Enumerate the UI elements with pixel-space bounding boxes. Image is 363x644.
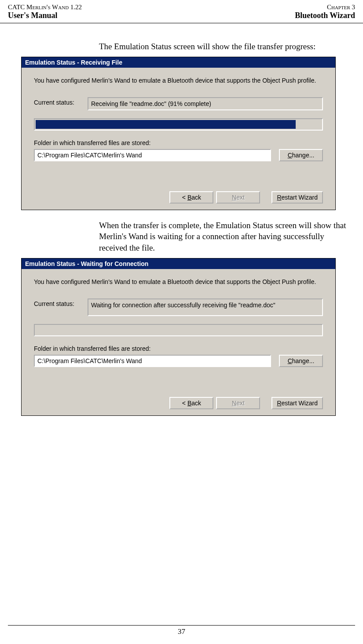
progress-fill <box>36 120 296 129</box>
folder-path-input[interactable]: C:\Program Files\CATC\Merlin's Wand <box>34 149 271 161</box>
dialog-receiving-file: Emulation Status - Receiving File You ha… <box>21 57 336 210</box>
titlebar: Emulation Status - Receiving File <box>22 57 335 68</box>
page-number: 37 <box>8 625 355 636</box>
folder-path-input[interactable]: C:\Program Files\CATC\Merlin's Wand <box>34 355 271 367</box>
back-button[interactable]: < Back <box>169 191 213 204</box>
body-paragraph-2: When the transfer is complete, the Emula… <box>99 220 352 254</box>
restart-wizard-button[interactable]: Restart Wizard <box>271 397 323 409</box>
dialog-description: You have configured Merlin's Wand to emu… <box>34 76 323 85</box>
next-button: Next <box>216 191 260 204</box>
folder-label: Folder in which transferred files are st… <box>34 345 323 352</box>
folder-label: Folder in which transferred files are st… <box>34 139 323 146</box>
change-button[interactable]: Change... <box>279 149 323 161</box>
change-button[interactable]: Change... <box>279 355 323 367</box>
header-section: Bluetooth Wizard <box>295 11 355 20</box>
next-button: Next <box>216 397 260 409</box>
progress-bar <box>34 324 323 336</box>
dialog-description: You have configured Merlin's Wand to emu… <box>34 278 323 286</box>
restart-wizard-button[interactable]: Restart Wizard <box>271 191 323 204</box>
header-manual: User's Manual <box>8 11 58 20</box>
header-product: CATC Merlin's Wand 1.22 <box>8 4 82 11</box>
header-chapter: Chapter 3 <box>327 4 355 11</box>
status-label: Current status: <box>34 298 81 307</box>
body-paragraph-1: The Emulation Status screen will show th… <box>99 41 352 52</box>
status-value: Receiving file "readme.doc" (91% complet… <box>88 97 323 110</box>
back-button[interactable]: < Back <box>169 397 213 409</box>
status-label: Current status: <box>34 97 81 106</box>
titlebar: Emulation Status - Waiting for Connectio… <box>22 258 335 269</box>
progress-bar <box>34 118 323 131</box>
dialog-waiting-connection: Emulation Status - Waiting for Connectio… <box>21 258 336 416</box>
status-value: Waiting for connection after successfull… <box>88 298 323 316</box>
